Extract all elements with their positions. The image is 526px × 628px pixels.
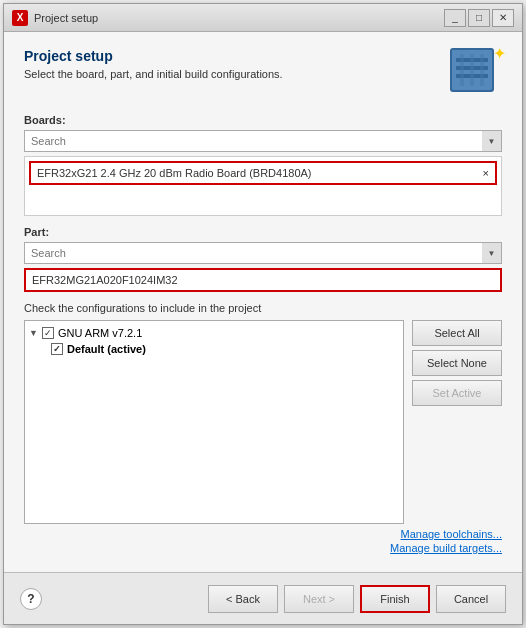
page-header: Project setup Select the board, part, an… bbox=[24, 48, 502, 100]
title-bar-left: X Project setup bbox=[12, 10, 98, 26]
boards-search-container: ▼ bbox=[24, 130, 502, 152]
app-icon: X bbox=[12, 10, 28, 26]
close-button[interactable]: ✕ bbox=[492, 9, 514, 27]
selected-board-label: EFR32xG21 2.4 GHz 20 dBm Radio Board (BR… bbox=[37, 167, 312, 179]
part-search-container: ▼ bbox=[24, 242, 502, 264]
manage-toolchains-link[interactable]: Manage toolchains... bbox=[24, 528, 502, 540]
minimize-button[interactable]: _ bbox=[444, 9, 466, 27]
configurations-section: Check the configurations to include in t… bbox=[24, 302, 502, 556]
checkbox-default[interactable]: ✓ bbox=[51, 343, 63, 355]
set-active-button[interactable]: Set Active bbox=[412, 380, 502, 406]
bottom-right: < Back Next > Finish Cancel bbox=[208, 585, 506, 613]
tree-item-default: ✓ Default (active) bbox=[29, 341, 399, 357]
selected-board-item: EFR32xG21 2.4 GHz 20 dBm Radio Board (BR… bbox=[29, 161, 497, 185]
svg-rect-4 bbox=[460, 54, 464, 86]
tree-label-gnu-arm: GNU ARM v7.2.1 bbox=[58, 327, 142, 339]
configurations-tree: ▼ ✓ GNU ARM v7.2.1 ✓ Default (active) bbox=[24, 320, 404, 524]
select-none-button[interactable]: Select None bbox=[412, 350, 502, 376]
cancel-button[interactable]: Cancel bbox=[436, 585, 506, 613]
project-setup-window: X Project setup _ □ ✕ Project setup Sele… bbox=[3, 3, 523, 625]
board-svg bbox=[452, 50, 492, 90]
bottom-bar: ? < Back Next > Finish Cancel bbox=[4, 572, 522, 624]
maximize-button[interactable]: □ bbox=[468, 9, 490, 27]
header-text: Project setup Select the board, part, an… bbox=[24, 48, 283, 80]
finish-button[interactable]: Finish bbox=[360, 585, 430, 613]
tree-toggle-gnu-arm[interactable]: ▼ bbox=[29, 328, 38, 338]
part-section: Part: ▼ EFR32MG21A020F1024IM32 bbox=[24, 226, 502, 292]
next-button[interactable]: Next > bbox=[284, 585, 354, 613]
back-button[interactable]: < Back bbox=[208, 585, 278, 613]
manage-build-targets-link[interactable]: Manage build targets... bbox=[24, 542, 502, 554]
title-bar-controls: _ □ ✕ bbox=[444, 9, 514, 27]
board-icon bbox=[450, 48, 494, 92]
svg-rect-5 bbox=[470, 54, 474, 86]
window-title: Project setup bbox=[34, 12, 98, 24]
part-dropdown-button[interactable]: ▼ bbox=[482, 242, 502, 264]
links-area: Manage toolchains... Manage build target… bbox=[24, 528, 502, 556]
boards-list-box: EFR32xG21 2.4 GHz 20 dBm Radio Board (BR… bbox=[24, 156, 502, 216]
bottom-left: ? bbox=[20, 588, 42, 610]
svg-rect-6 bbox=[480, 54, 484, 86]
main-content: Project setup Select the board, part, an… bbox=[4, 32, 522, 572]
boards-search-input[interactable] bbox=[24, 130, 502, 152]
configurations-body: ▼ ✓ GNU ARM v7.2.1 ✓ Default (active) Se… bbox=[24, 320, 502, 524]
boards-label: Boards: bbox=[24, 114, 502, 126]
configurations-label: Check the configurations to include in t… bbox=[24, 302, 502, 314]
page-subtitle: Select the board, part, and initial buil… bbox=[24, 68, 283, 80]
remove-board-button[interactable]: × bbox=[483, 168, 489, 179]
star-icon: ✦ bbox=[493, 44, 506, 63]
checkbox-gnu-arm[interactable]: ✓ bbox=[42, 327, 54, 339]
configuration-buttons: Select All Select None Set Active bbox=[412, 320, 502, 524]
boards-dropdown-button[interactable]: ▼ bbox=[482, 130, 502, 152]
part-search-input[interactable] bbox=[24, 242, 502, 264]
tree-label-default: Default (active) bbox=[67, 343, 146, 355]
help-button[interactable]: ? bbox=[20, 588, 42, 610]
wizard-icon: ✦ bbox=[450, 48, 502, 100]
page-title: Project setup bbox=[24, 48, 283, 64]
tree-item-gnu-arm: ▼ ✓ GNU ARM v7.2.1 bbox=[29, 325, 399, 341]
selected-part-value: EFR32MG21A020F1024IM32 bbox=[24, 268, 502, 292]
select-all-button[interactable]: Select All bbox=[412, 320, 502, 346]
title-bar: X Project setup _ □ ✕ bbox=[4, 4, 522, 32]
part-label: Part: bbox=[24, 226, 502, 238]
boards-section: Boards: ▼ EFR32xG21 2.4 GHz 20 dBm Radio… bbox=[24, 114, 502, 216]
